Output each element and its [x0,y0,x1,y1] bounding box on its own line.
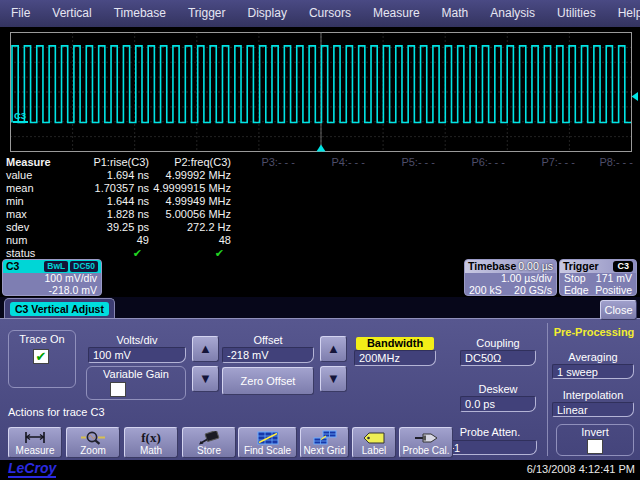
menu-item-cursors[interactable]: Cursors [298,0,362,27]
trigger-mode: Stop [564,273,586,285]
measure-value-p4-num [298,233,368,246]
channel-name: C3 [6,260,19,273]
next-grid-icon [312,430,338,445]
coupling-label: Coupling [460,337,536,349]
measure-button[interactable]: Measure [8,427,62,458]
volts-div-field[interactable]: 100 mV [88,347,186,363]
volts-div-up-button[interactable]: ▲ [192,336,219,362]
averaging-label: Averaging [552,351,634,363]
deskew-field[interactable]: 0.0 ps [460,396,536,412]
tab-c3-vertical-adjust[interactable]: C3 Vertical Adjust [4,298,115,318]
datetime-display: 6/13/2008 4:12:41 PM [527,463,635,475]
menu-items: FileVerticalTimebaseTriggerDisplayCursor… [0,0,640,27]
menu-item-timebase[interactable]: Timebase [103,0,177,27]
zoom-button[interactable]: Zoom [66,427,120,458]
action-button-label: Store [197,445,221,456]
footer-bar: LeCroy 6/13/2008 4:12:41 PM [0,460,640,480]
measure-column-p2: P2:freq(C3)4.99992 MHz4.9999915 MHz4.999… [152,156,234,258]
measure-header-p1[interactable]: P1:rise(C3) [60,156,152,169]
measure-value-p6-mean [438,182,508,195]
measure-value-p7-value [508,169,578,182]
bandwidth-field[interactable]: 200MHz [354,350,436,366]
trigger-slope: Positive [595,285,632,297]
next-grid-button[interactable]: Next Grid [300,427,349,458]
measure-status-p2: ✔ [152,247,234,260]
measure-value-p4-mean [298,182,368,195]
menu-item-measure[interactable]: Measure [362,0,431,27]
measure-row-label-value: value [0,169,60,182]
measure-column-p5: P5:- - - [368,156,438,258]
offset-field[interactable]: -218 mV [222,347,314,363]
measure-value-p7-mean [508,182,578,195]
measure-header-p5[interactable]: P5:- - - [368,156,438,169]
measure-value-p8-num [578,233,636,246]
measure-value-p8-max [578,207,636,220]
menu-bar: FileVerticalTimebaseTriggerDisplayCursor… [0,0,640,27]
offset-down-button[interactable]: ▼ [320,366,347,392]
menu-item-analysis[interactable]: Analysis [479,0,546,27]
trigger-time-marker[interactable] [317,145,326,152]
measure-value-p8-sdev [578,220,636,233]
label-icon [361,430,387,445]
menu-item-file[interactable]: File [0,0,41,27]
timebase-sampling-row: 200 kS 20 GS/s [465,285,556,297]
measure-header-p7[interactable]: P7:- - - [508,156,578,169]
trigger-type: Edge [564,285,589,297]
measure-header-p2[interactable]: P2:freq(C3) [152,156,234,169]
timebase-descriptor[interactable]: Timebase 0.00 µs 1.00 µs/div 200 kS 20 G… [464,259,557,296]
lecroy-logo: LeCroy [8,461,56,478]
store-button[interactable]: Store [182,427,236,458]
trace-on-checkbox[interactable]: ✔ [33,349,49,364]
volts-div-down-button[interactable]: ▼ [192,366,219,392]
channel-scale-row: 100 mV/div [3,273,101,285]
action-button-label: Next Grid [303,445,345,456]
probe-cal-button[interactable]: Probe Cal. [399,427,453,458]
waveform-display[interactable]: C3 [0,27,640,156]
close-button[interactable]: Close [600,300,637,320]
channel-c3-descriptor[interactable]: C3 BwL DC50 100 mV/div -218.0 mV [2,259,102,296]
measure-value-p7-max [508,207,578,220]
measure-header-p8[interactable]: P8:- - - [578,156,636,169]
trigger-descriptor[interactable]: Trigger C3 Stop 171 mV Edge Positive [559,259,637,296]
c3-trace[interactable] [12,46,631,123]
measure-value-p5-value [368,169,438,182]
menu-item-utilities[interactable]: Utilities [546,0,607,27]
menu-item-trigger[interactable]: Trigger [177,0,237,27]
menu-item-display[interactable]: Display [237,0,298,27]
measure-column-p1: P1:rise(C3)1.694 ns1.70357 ns1.644 ns1.8… [60,156,152,258]
zoom-icon [80,430,106,445]
label-button[interactable]: Label [352,427,396,458]
zero-offset-button[interactable]: Zero Offset [222,367,314,395]
measure-column-p6: P6:- - - [438,156,508,258]
timebase-scale: 1.00 µs/div [501,273,552,285]
action-button-label: Math [140,445,162,456]
measure-header-p3[interactable]: P3:- - - [234,156,298,169]
menu-item-vertical[interactable]: Vertical [41,0,102,27]
find-scale-icon [256,430,280,445]
c3-ground-underline [13,121,28,123]
measure-header-p4[interactable]: P4:- - - [298,156,368,169]
preprocessing-title: Pre-Processing [550,326,638,338]
interpolation-field[interactable]: Linear [552,402,634,417]
measure-status-p3 [234,245,298,258]
trigger-source-badge: C3 [613,261,633,272]
coupling-field[interactable]: DC50Ω [460,350,536,366]
preprocessing-divider [547,323,548,456]
find-scale-button[interactable]: Find Scale [238,427,297,458]
probe-atten-field[interactable]: ÷1 [443,440,537,455]
measure-value-p4-value [298,169,368,182]
deskew-label: Deskew [460,383,536,395]
offset-up-button[interactable]: ▲ [320,336,347,362]
trace-on-label: Trace On [8,333,76,345]
invert-checkbox[interactable] [587,439,603,454]
math-button[interactable]: f(x)Math [124,427,178,458]
menu-item-math[interactable]: Math [431,0,480,27]
menu-item-help[interactable]: Help [607,0,640,27]
variable-gain-checkbox[interactable] [110,382,126,397]
trigger-level-marker[interactable] [632,92,639,101]
measure-value-p2-max: 5.00056 MHz [152,208,234,221]
averaging-field[interactable]: 1 sweep [552,364,634,379]
measure-title: Measure [0,156,60,169]
measure-header-p6[interactable]: P6:- - - [438,156,508,169]
measure-status-p5 [368,245,438,258]
